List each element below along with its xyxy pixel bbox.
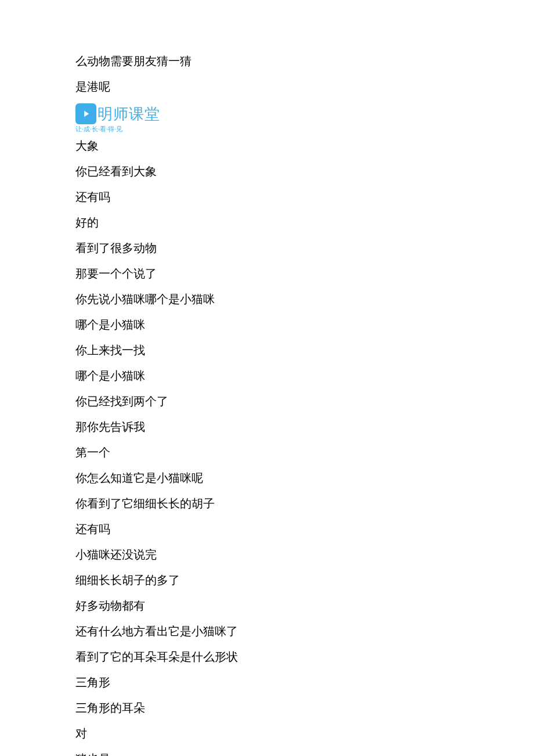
transcript-line: 对 (75, 725, 459, 742)
play-icon (75, 103, 96, 124)
transcript-line: 你已经找到两个了 (75, 393, 459, 410)
brand-tagline: 让·成·长·看·得·见 (75, 125, 122, 134)
brand-logo-block: 明师课堂 让·成·长·看·得·见 (75, 103, 459, 134)
transcript-line: 看到了它的耳朵耳朵是什么形状 (75, 648, 459, 665)
transcript-line: 你怎么知道它是小猫咪呢 (75, 469, 459, 487)
transcript-line: 还有吗 (75, 520, 459, 538)
transcript-line: 细细长长胡子的多了 (75, 571, 459, 589)
transcript-line: 小猫咪还没说完 (75, 546, 459, 563)
transcript-line: 那你先告诉我 (75, 418, 459, 435)
transcript-line: 大象 (75, 137, 459, 154)
brand-logo-top: 明师课堂 (75, 103, 160, 124)
transcript-line: 你上来找一找 (75, 341, 459, 359)
transcript-line: 好多动物都有 (75, 597, 459, 614)
transcript-line: 猪也是 (75, 750, 459, 756)
transcript-line: 第一个 (75, 444, 459, 461)
transcript-line: 看到了很多动物 (75, 239, 459, 257)
transcript-line: 哪个是小猫咪 (75, 316, 459, 333)
transcript-line: 三角形 (75, 674, 459, 691)
transcript-line: 那要一个个说了 (75, 265, 459, 282)
transcript-line: 你已经看到大象 (75, 163, 459, 180)
transcript-line: 哪个是小猫咪 (75, 367, 459, 384)
transcript-line: 是港呢 (75, 78, 459, 95)
transcript-line: 你先说小猫咪哪个是小猫咪 (75, 290, 459, 308)
transcript-line: 还有什么地方看出它是小猫咪了 (75, 622, 459, 640)
transcript-line: 你看到了它细细长长的胡子 (75, 495, 459, 512)
transcript-line: 么动物需要朋友猜一猜 (75, 52, 459, 70)
brand-name: 明师课堂 (98, 104, 160, 124)
transcript-line: 好的 (75, 214, 459, 231)
transcript-line: 还有吗 (75, 188, 459, 206)
transcript-line: 三角形的耳朵 (75, 699, 459, 717)
